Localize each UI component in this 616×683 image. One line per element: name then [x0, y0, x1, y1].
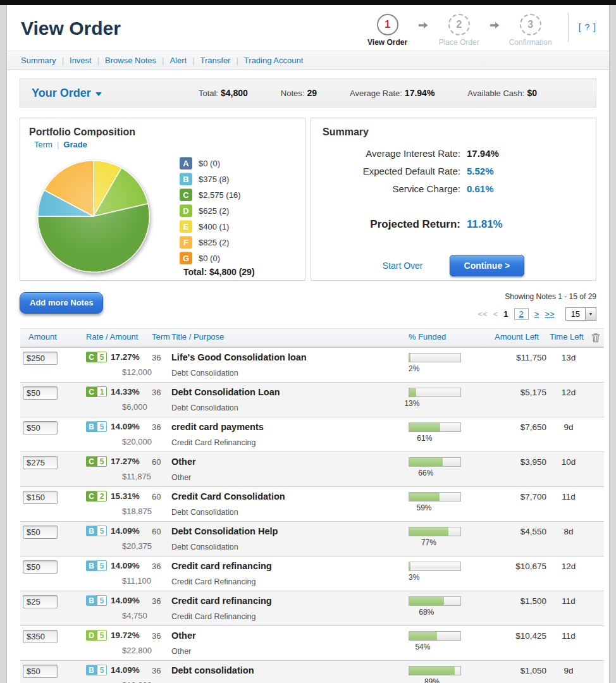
pagination-first[interactable]: <<: [478, 309, 488, 319]
loan-title-link[interactable]: credit card payments: [171, 421, 407, 432]
table-row: B 5 14.09% $20,375 60 Debt Consolidation…: [20, 521, 604, 556]
invest-amount-input[interactable]: [23, 456, 58, 469]
table-row: B 5 14.09% $4,750 36 Credit card refinan…: [20, 591, 604, 625]
interest-rate: 14.33%: [111, 387, 140, 397]
funded-progress-fill: [409, 354, 410, 362]
legend-value: $2,575 (16): [199, 190, 241, 200]
loan-title-link[interactable]: Credit card refinancing: [171, 560, 407, 571]
legend-item: F $825 (2): [180, 236, 241, 249]
grade-letter: C: [86, 352, 97, 362]
your-order-dropdown[interactable]: Your Order: [32, 87, 102, 100]
loan-title-link[interactable]: Life's Good Consolidation loan: [171, 352, 407, 362]
loan-title-link[interactable]: Debt Consolidation Loan: [171, 386, 407, 397]
interest-rate: 17.27%: [111, 457, 140, 466]
step-confirmation: 3 Confirmation: [503, 14, 558, 47]
stat-label: Total:: [199, 89, 218, 98]
interest-rate: 17.27%: [111, 352, 140, 362]
pagination-last[interactable]: >>: [545, 309, 554, 319]
add-more-notes-button[interactable]: Add more Notes: [20, 292, 103, 314]
loan-title-link[interactable]: Debt Consolidation Help: [171, 526, 407, 536]
col-header-amount[interactable]: Amount: [20, 332, 82, 342]
nav-item-invest[interactable]: Invest: [70, 56, 92, 65]
grade-badge: C 1: [86, 386, 107, 397]
table-row: C 5 17.27% $11,875 60 Other Other: [20, 452, 604, 486]
pagination-next[interactable]: >: [534, 309, 539, 319]
pagination-page-1: 1: [503, 309, 508, 319]
order-stat: Total:$4,800: [199, 88, 248, 98]
nav-item-transfer[interactable]: Transfer: [200, 56, 231, 65]
step-view-order: 1 View Order: [360, 14, 415, 47]
funded-percent-label: 77%: [421, 538, 436, 547]
notes-table: Amount Rate / Amount Term Title / Purpos…: [20, 328, 604, 683]
grade-badge: B 5: [86, 665, 107, 675]
col-header-title-purpose[interactable]: Title / Purpose: [169, 332, 407, 342]
legend-value: $0 (0): [199, 254, 220, 263]
start-over-link[interactable]: Start Over: [383, 261, 423, 271]
legend-grade-swatch: F: [180, 236, 192, 249]
invest-amount-input[interactable]: [23, 665, 58, 678]
legend-item: E $400 (1): [180, 220, 241, 233]
trash-icon: [591, 333, 600, 343]
browser-top-bar: [0, 0, 616, 5]
time-left: 10d: [550, 456, 588, 467]
legend-item: A $0 (0): [180, 157, 241, 169]
invest-amount-input[interactable]: [23, 526, 58, 539]
col-header-amount-left[interactable]: Amount Left: [490, 332, 550, 342]
loan-title-link[interactable]: Credit Card Consolidation: [171, 491, 407, 501]
summary-row: Expected Default Rate: 5.52%: [323, 166, 584, 176]
loan-title-link[interactable]: Credit card refinancing: [171, 595, 407, 606]
time-left: 13d: [550, 352, 588, 362]
pie-legend: A $0 (0) B $375 (8) C $2,575 (16): [180, 157, 241, 280]
nav-item-browse-notes[interactable]: Browse Notes: [105, 56, 156, 65]
invest-amount-input[interactable]: [23, 386, 58, 400]
loan-amount: $18,875: [122, 507, 149, 516]
invest-amount-input[interactable]: [23, 630, 58, 643]
col-header-funded[interactable]: % Funded: [407, 332, 490, 342]
loan-title-link[interactable]: Other: [171, 630, 407, 641]
summary-title: Summary: [323, 126, 584, 138]
col-header-rate-amount[interactable]: Rate / Amount: [82, 332, 149, 342]
nav-separator: |: [97, 56, 99, 65]
legend-grade-swatch: E: [180, 220, 192, 233]
tab-grade[interactable]: Grade: [63, 140, 87, 149]
invest-amount-input[interactable]: [23, 491, 58, 504]
grade-badge: C 5: [86, 352, 107, 362]
loan-title-link[interactable]: Other: [171, 456, 407, 467]
table-row: B 5 14.09% $20,000 36 credit card paymen…: [20, 417, 604, 452]
summary-row-label: Average Interest Rate:: [323, 148, 467, 159]
help-link[interactable]: [ ? ]: [579, 22, 596, 32]
col-header-time-left[interactable]: Time Left: [550, 332, 588, 342]
loan-amount: $10,000: [122, 680, 149, 683]
funded-progress-bar: [409, 527, 461, 536]
grade-badge: B 5: [86, 560, 107, 571]
invest-amount-input[interactable]: [23, 421, 58, 434]
grade-letter: B: [86, 560, 97, 571]
pagination-prev[interactable]: <: [493, 309, 498, 319]
legend-grade-swatch: G: [180, 252, 192, 264]
col-header-term[interactable]: Term: [149, 332, 169, 342]
table-row: C 1 14.33% $6,000 36 Debt Consolidation …: [20, 382, 604, 417]
continue-button[interactable]: Continue >: [450, 255, 525, 276]
invest-amount-input[interactable]: [23, 560, 58, 574]
invest-amount-input[interactable]: [23, 595, 58, 608]
time-left: 8d: [550, 526, 588, 536]
funded-percent-label: 54%: [415, 643, 430, 651]
delete-all-button[interactable]: [588, 332, 604, 343]
legend-item: B $375 (8): [180, 173, 241, 185]
funded-cell: 77%: [407, 526, 490, 548]
stat-value: $4,800: [221, 88, 248, 98]
pagination-page-2[interactable]: 2: [519, 309, 524, 319]
grade-letter: C: [86, 386, 97, 397]
grade-subgrade: 5: [97, 630, 107, 641]
funded-progress-fill: [409, 597, 444, 605]
page-size-select[interactable]: 15 ▼: [565, 307, 596, 321]
nav-item-summary[interactable]: Summary: [21, 56, 56, 65]
order-stat: Available Cash:$0: [467, 88, 537, 98]
loan-title-link[interactable]: Debt consolidation: [171, 665, 407, 675]
nav-item-alert[interactable]: Alert: [169, 56, 187, 65]
stat-label: Available Cash:: [467, 89, 524, 98]
nav-item-trading-account[interactable]: Trading Account: [244, 56, 303, 65]
tab-term[interactable]: Term: [34, 140, 52, 149]
funded-progress-fill: [409, 423, 440, 431]
invest-amount-input[interactable]: [23, 352, 58, 365]
